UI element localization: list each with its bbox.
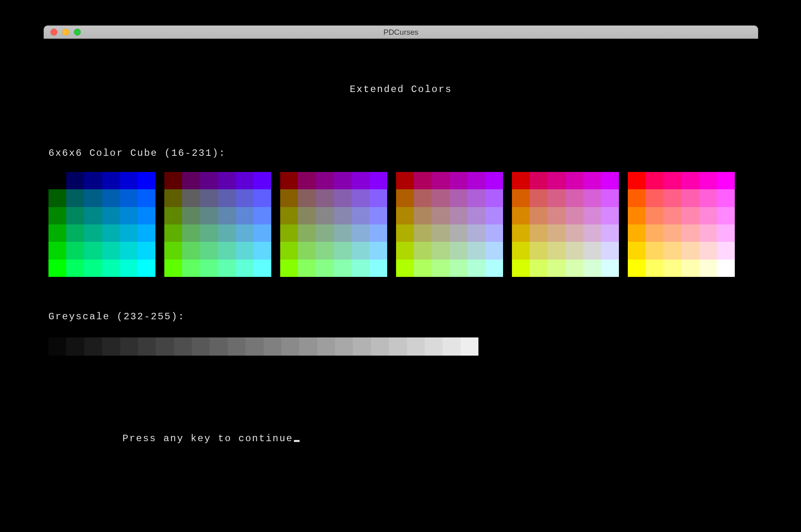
color-cell — [182, 172, 200, 189]
color-cell — [583, 189, 601, 207]
color-cell — [583, 207, 601, 224]
color-cell — [450, 189, 468, 207]
color-cell — [663, 224, 681, 242]
color-cell — [316, 260, 333, 277]
color-cell — [628, 172, 646, 189]
color-cell — [200, 224, 218, 242]
color-cell — [120, 224, 138, 242]
color-cell — [432, 207, 449, 224]
color-cell — [66, 207, 84, 224]
greyscale-cell — [389, 337, 407, 356]
greyscale-cell — [442, 337, 460, 356]
greyscale-strip — [48, 337, 478, 356]
color-cell — [236, 207, 254, 224]
color-cell — [628, 189, 646, 207]
color-cell — [84, 207, 102, 224]
color-cell — [280, 242, 298, 259]
color-cell — [236, 242, 254, 259]
greyscale-cell — [210, 337, 227, 356]
color-cell — [547, 172, 565, 189]
color-cell — [200, 242, 218, 259]
color-cell — [254, 260, 271, 277]
color-cell — [164, 224, 182, 242]
color-cell — [280, 260, 298, 277]
color-cell — [583, 224, 601, 242]
color-cell — [84, 172, 102, 189]
color-cell — [84, 224, 102, 242]
color-cell — [530, 172, 547, 189]
color-cell — [547, 260, 565, 277]
continue-prompt: Press any key to continue — [68, 422, 300, 455]
window-controls — [44, 29, 81, 36]
terminal-content[interactable]: Extended Colors 6x6x6 Color Cube (16-231… — [44, 39, 758, 531]
app-window: PDCurses Extended Colors 6x6x6 Color Cub… — [44, 25, 758, 531]
color-cell — [182, 207, 200, 224]
color-cell — [218, 242, 236, 259]
color-cell — [450, 224, 468, 242]
color-cell — [396, 242, 414, 259]
greyscale-cell — [461, 337, 478, 356]
color-cell — [699, 207, 717, 224]
color-cell — [352, 172, 369, 189]
color-cell — [646, 260, 663, 277]
color-cell — [601, 172, 619, 189]
minimize-icon[interactable] — [62, 29, 69, 36]
color-cell — [298, 260, 316, 277]
close-icon[interactable] — [50, 29, 57, 36]
color-cell — [200, 260, 218, 277]
color-cell — [566, 189, 583, 207]
color-cube-slice — [48, 172, 155, 277]
color-cube — [48, 172, 735, 277]
color-cell — [48, 242, 66, 259]
color-cell — [450, 207, 468, 224]
color-cell — [138, 189, 155, 207]
color-cell — [601, 189, 619, 207]
color-cell — [530, 189, 547, 207]
color-cell — [717, 260, 735, 277]
greyscale-cell — [264, 337, 281, 356]
color-cell — [512, 224, 530, 242]
greyscale-cell — [84, 337, 102, 356]
color-cell — [432, 242, 449, 259]
color-cell — [468, 260, 485, 277]
color-cell — [681, 260, 699, 277]
color-cell — [566, 242, 583, 259]
color-cell — [601, 242, 619, 259]
color-cell — [414, 207, 432, 224]
color-cell — [414, 189, 432, 207]
greyscale-cell — [353, 337, 371, 356]
color-cell — [583, 242, 601, 259]
color-cell — [164, 242, 182, 259]
color-cell — [663, 172, 681, 189]
color-cell — [182, 224, 200, 242]
color-cell — [566, 172, 583, 189]
color-cell — [236, 224, 254, 242]
color-cube-slice — [280, 172, 387, 277]
color-cell — [512, 172, 530, 189]
color-cell — [681, 207, 699, 224]
color-cell — [66, 189, 84, 207]
color-cell — [512, 242, 530, 259]
color-cell — [218, 224, 236, 242]
color-cell — [583, 260, 601, 277]
color-cell — [138, 224, 155, 242]
color-cell — [236, 172, 254, 189]
color-cell — [628, 242, 646, 259]
color-cell — [352, 224, 369, 242]
color-cell — [280, 224, 298, 242]
greyscale-cell — [66, 337, 84, 356]
color-cell — [120, 207, 138, 224]
color-cell — [369, 172, 387, 189]
color-cell — [699, 224, 717, 242]
titlebar[interactable]: PDCurses — [44, 25, 758, 39]
color-cell — [316, 242, 333, 259]
greyscale-cell — [228, 337, 245, 356]
maximize-icon[interactable] — [74, 29, 81, 36]
color-cell — [280, 189, 298, 207]
color-cell — [48, 260, 66, 277]
color-cell — [66, 172, 84, 189]
color-cell — [396, 224, 414, 242]
color-cell — [485, 224, 503, 242]
color-cell — [254, 207, 271, 224]
color-cell — [254, 242, 271, 259]
